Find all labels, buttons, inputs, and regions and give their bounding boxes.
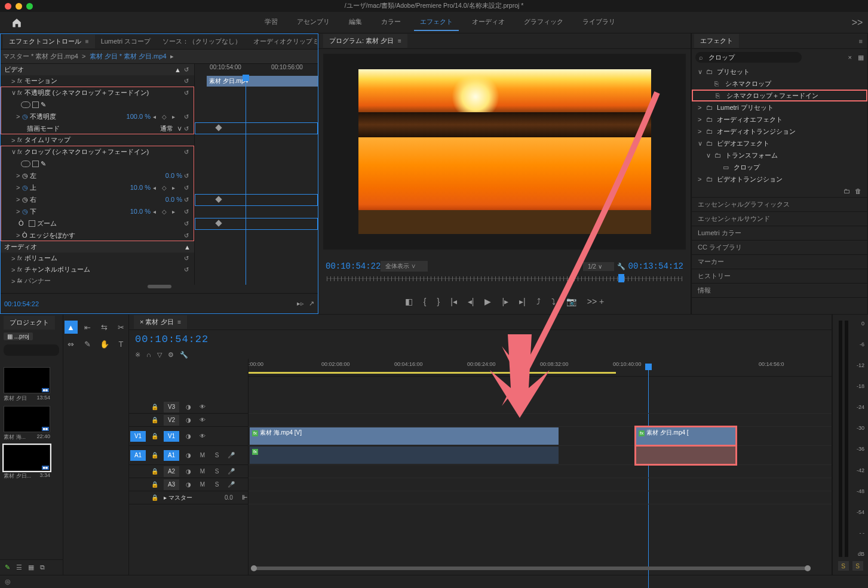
workspace-tab-2[interactable]: 編集 — [343, 14, 368, 31]
mute-button[interactable]: M — [197, 481, 208, 488]
toggle-output-icon[interactable]: ◑ — [183, 417, 194, 423]
source-tab-1[interactable]: Lumetri スコープ — [95, 35, 157, 48]
pen-mask-icon[interactable]: ✎ — [41, 101, 46, 109]
stopwatch-icon[interactable]: ◷ — [22, 208, 28, 216]
voice-over-icon[interactable]: 🎤 — [226, 468, 237, 475]
ec-crop-right[interactable]: >◷ 右0.0 % — [1, 193, 194, 205]
source-tab-3[interactable]: オーディオクリップミ — [247, 35, 318, 48]
keyframe-icon[interactable] — [215, 124, 222, 131]
effects-tree-item-6[interactable]: ∨🗀ビデオエフェクト — [692, 137, 867, 149]
source-v1-patch[interactable]: V1 — [130, 431, 146, 442]
ec-prop-chvolume[interactable]: >fxチャンネルボリューム — [1, 264, 194, 275]
lock-icon[interactable]: 🔒 — [149, 452, 160, 458]
track-master-header[interactable]: 🔒▸ マスター0.0 ⊩ — [129, 491, 248, 504]
window-close[interactable] — [5, 3, 11, 10]
reset-icon[interactable] — [182, 231, 191, 239]
side-panel-3[interactable]: CC ライブラリ — [692, 241, 867, 255]
reset-icon[interactable] — [182, 266, 191, 274]
mute-button[interactable]: M — [197, 468, 208, 475]
eye-icon[interactable]: 👁 — [197, 417, 208, 423]
ec-mask-shapes[interactable]: ✎ — [1, 98, 194, 110]
project-tab[interactable]: プロジェクト — [4, 316, 55, 330]
solo-right-button[interactable]: S — [852, 561, 863, 571]
meter-icon[interactable]: ⊩ — [242, 494, 248, 501]
track-a2-header[interactable]: 🔒A2◑MS🎤 — [129, 465, 248, 478]
lock-icon[interactable]: 🔒 — [149, 468, 160, 475]
ec-crop-top[interactable]: >◷ 上10.0 %◂◇▸ — [1, 181, 194, 193]
twirl-icon[interactable]: ▲ — [174, 66, 181, 73]
toggle-output-icon[interactable]: ◑ — [183, 452, 194, 458]
ripple-tool-icon[interactable]: ⇆ — [98, 321, 111, 334]
play-icon[interactable]: ▶ — [484, 297, 491, 306]
step-back-icon[interactable]: ◂| — [468, 297, 474, 306]
home-icon[interactable] — [0, 17, 33, 28]
hand-tool-icon[interactable]: ✋ — [98, 337, 111, 350]
ec-clip-bar[interactable]: 素材 夕日.mp4 — [207, 76, 318, 87]
lift-icon[interactable]: ⤴ — [536, 297, 541, 306]
reset-icon[interactable] — [182, 124, 191, 133]
snap-icon[interactable]: ※ — [135, 351, 140, 359]
razor-tool-icon[interactable]: ✂ — [115, 321, 128, 334]
panel-menu-icon[interactable]: ≡ — [859, 38, 867, 45]
slip-tool-icon[interactable]: ⇔ — [65, 337, 78, 350]
effects-tree-item-8[interactable]: ▭クロップ — [692, 161, 867, 173]
wrench-icon[interactable]: 🔧 — [614, 263, 628, 270]
side-panel-6[interactable]: 情報 — [692, 284, 867, 298]
resolution-dropdown[interactable]: 1/2 ∨ — [583, 262, 614, 271]
export-frame-icon[interactable]: 📷 — [566, 297, 576, 306]
solo-button[interactable]: S — [211, 452, 222, 458]
ec-crop-edge[interactable]: >Ò エッジをぼかす — [1, 229, 194, 241]
track-v1-header[interactable]: V1🔒V1◑👁 — [129, 427, 248, 446]
effects-search-input[interactable] — [695, 52, 802, 63]
crop-left-value[interactable]: 0.0 % — [165, 172, 182, 179]
freeform-view-icon[interactable]: ⧉ — [40, 564, 45, 571]
timeline-ruler[interactable]: :00:0000:02:08:0000:04:16:0000:06:24:000… — [249, 359, 832, 377]
keyframe-icon[interactable] — [215, 196, 222, 202]
project-clip-2[interactable]: ■■素材 夕日...3:34 — [4, 445, 50, 480]
opacity-value[interactable]: 100.0 % — [127, 113, 151, 120]
effects-tab[interactable]: エフェクト — [694, 34, 739, 48]
source-tab-0[interactable]: エフェクトコントロール ≡ — [3, 35, 95, 48]
wrench-icon[interactable]: 🔧 — [180, 351, 188, 359]
crop-right-value[interactable]: 0.0 % — [165, 196, 182, 203]
solo-left-button[interactable]: S — [838, 561, 849, 571]
workspace-tab-6[interactable]: グラフィック — [518, 14, 569, 31]
side-panel-0[interactable]: エッセンシャルグラフィックス — [692, 198, 867, 212]
project-clip-1[interactable]: ■■素材 海...22:40 — [4, 406, 50, 441]
ec-prop-timeremap[interactable]: >fx タイムリマップ — [1, 134, 194, 146]
effects-tree-item-4[interactable]: >🗀オーディオエフェクト — [692, 113, 867, 125]
reset-icon[interactable] — [182, 88, 191, 97]
mute-button[interactable]: M — [197, 452, 208, 458]
timeline-clip-a1-sunset[interactable] — [636, 447, 735, 464]
window-maximize[interactable] — [26, 3, 33, 10]
reset-icon[interactable] — [182, 77, 191, 85]
master-volume[interactable]: 0.0 — [225, 494, 233, 501]
effects-tree-item-0[interactable]: ∨🗀プリセット — [692, 66, 867, 78]
settings-icon[interactable]: ⚙ — [168, 351, 174, 359]
go-in-icon[interactable]: |◂ — [450, 297, 457, 306]
scrollbar-horizontal[interactable] — [148, 285, 171, 288]
effects-tree-item-5[interactable]: >🗀オーディオトランジション — [692, 125, 867, 137]
toggle-output-icon[interactable]: ◑ — [183, 404, 194, 410]
ec-mask-shapes[interactable]: ✎ — [1, 158, 194, 170]
timeline-tab[interactable]: × 素材 夕日 ≡ — [134, 315, 187, 329]
reset-icon[interactable] — [182, 195, 191, 204]
playhead-head-icon[interactable] — [645, 364, 652, 370]
timeline-timecode[interactable]: 00:10:54:22 — [135, 334, 208, 345]
stopwatch-icon[interactable]: ◷ — [22, 196, 28, 204]
voice-over-icon[interactable]: 🎤 — [226, 481, 237, 488]
step-fwd-icon[interactable]: |▸ — [502, 297, 508, 306]
reset-icon[interactable] — [182, 254, 191, 263]
side-panel-2[interactable]: Lumetri カラー — [692, 226, 867, 241]
effects-tree-item-3[interactable]: >🗀Lumetri プリセット — [692, 101, 867, 113]
sync-settings-icon[interactable]: ◎ — [5, 578, 11, 586]
project-crumb[interactable]: ▦ ...proj — [4, 333, 33, 340]
side-panel-5[interactable]: ヒストリー — [692, 269, 867, 284]
lock-icon[interactable]: 🔒 — [149, 404, 160, 410]
work-area-bar[interactable] — [249, 372, 616, 374]
ec-prop-volume[interactable]: >fxボリューム — [1, 253, 194, 264]
zoom-checkbox[interactable] — [29, 220, 35, 227]
button-editor-overflow[interactable]: >> + — [587, 297, 604, 306]
solo-button[interactable]: S — [211, 468, 222, 475]
freeform-icon[interactable]: ✎ — [5, 564, 10, 571]
